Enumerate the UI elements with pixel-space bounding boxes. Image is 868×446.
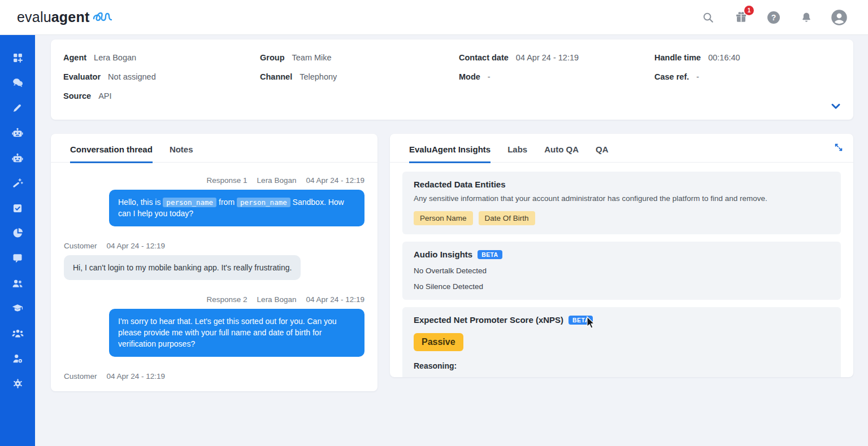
sidebar-item-feedback[interactable]	[5, 246, 30, 270]
author-name: Lera Bogan	[257, 295, 297, 304]
field-handle-time: Handle time 00:16:40	[654, 52, 841, 64]
tab-conversation-thread[interactable]: Conversation thread	[70, 145, 153, 163]
conversation-panel: Conversation thread Notes Response 1 Ler…	[51, 134, 377, 391]
sidebar-item-bot[interactable]	[5, 120, 30, 145]
field-agent: Agent Lera Bogan	[63, 52, 260, 64]
reasoning-label: Reasoning:	[414, 361, 830, 370]
bot-alt-icon	[11, 152, 24, 164]
message-meta: Customer 04 Apr 24 - 12:19	[64, 242, 364, 250]
user-settings-icon	[11, 352, 24, 365]
field-channel: Channel Telephony	[260, 71, 459, 83]
sidebar-item-tasks[interactable]	[5, 195, 30, 220]
sidebar-item-users[interactable]	[5, 271, 30, 296]
field-value: Lera Bogan	[94, 52, 136, 64]
expand-icon[interactable]	[834, 143, 843, 154]
field-evaluator: Evaluator Not assigned	[63, 71, 260, 83]
xnps-score-badge: Passive	[414, 333, 463, 351]
message-meta: Customer 04 Apr 24 - 12:19	[64, 372, 364, 381]
checkbox-icon	[12, 203, 23, 214]
field-value: 04 Apr 24 - 12:19	[516, 52, 579, 64]
redacted-data-section: Redacted Data Entities Any sensitive inf…	[402, 172, 841, 234]
field-label: Mode	[459, 71, 480, 83]
field-label: Evaluator	[63, 71, 101, 83]
customer-message-bubble: Hi, I can't login to my mobile banking a…	[64, 255, 301, 280]
avatar-icon[interactable]	[830, 8, 849, 27]
tab-qa[interactable]: QA	[596, 145, 609, 162]
logo-text-bold: agent	[51, 9, 90, 25]
field-value: -	[696, 71, 699, 83]
field-label: Channel	[260, 71, 292, 83]
comment-icon	[12, 252, 23, 264]
section-title: Expected Net Promoter Score (xNPS)	[414, 315, 563, 325]
tab-labs[interactable]: Labs	[507, 145, 527, 162]
section-description: Any sensitive information that your acco…	[414, 194, 830, 203]
sidebar-item-settings[interactable]	[5, 371, 30, 396]
entity-chip-date-of-birth: Date Of Birth	[479, 211, 535, 225]
pie-chart-icon	[12, 227, 24, 239]
team-icon	[11, 327, 24, 340]
reasoning-text: The customer's issue was resolved, but t…	[414, 376, 830, 377]
message-meta: Response 1 Lera Bogan 04 Apr 24 - 12:19	[64, 176, 364, 185]
timestamp: 04 Apr 24 - 12:19	[306, 295, 364, 304]
tab-notes[interactable]: Notes	[170, 145, 193, 162]
author-name: Lera Bogan	[257, 176, 297, 185]
field-value: Not assigned	[108, 71, 156, 83]
sidebar-item-learning[interactable]	[5, 296, 30, 321]
dashboard-icon	[12, 52, 24, 64]
bot-icon	[11, 126, 24, 139]
sidebar-item-auto-qa-bot[interactable]	[5, 146, 30, 170]
conversations-icon	[12, 77, 24, 89]
message-meta: Response 2 Lera Bogan 04 Apr 24 - 12:19	[64, 295, 364, 304]
users-icon	[11, 277, 24, 290]
redaction-chip: person_name	[163, 198, 216, 207]
search-icon[interactable]	[698, 8, 718, 27]
field-value: Team Mike	[292, 52, 332, 64]
response-label: Response 1	[207, 176, 248, 185]
contact-info-panel: Agent Lera Bogan Evaluator Not assigned …	[51, 40, 853, 120]
tab-evaluagent-insights[interactable]: EvaluAgent Insights	[409, 145, 491, 163]
sidebar-item-reports[interactable]	[5, 221, 30, 246]
top-header: evaluagent 1 ?	[0, 0, 868, 35]
beta-badge: BETA	[568, 316, 593, 325]
help-icon[interactable]: ?	[764, 8, 783, 27]
gift-icon[interactable]: 1	[731, 8, 750, 27]
response-label: Response 2	[207, 295, 248, 304]
pencil-icon	[12, 102, 23, 113]
sidebar-item-teams[interactable]	[5, 321, 30, 346]
field-contact-date: Contact date 04 Apr 24 - 12:19	[459, 52, 654, 64]
field-mode: Mode -	[459, 71, 654, 83]
field-value: API	[98, 90, 111, 102]
settings-gear-icon	[12, 378, 24, 390]
sidebar-item-user-admin[interactable]	[5, 346, 30, 371]
chevron-down-icon[interactable]	[831, 103, 841, 113]
sidebar-item-conversations[interactable]	[5, 70, 30, 95]
magic-wand-icon	[12, 177, 24, 189]
redaction-chip: person_name	[237, 198, 290, 207]
entity-chip-person-name: Person Name	[414, 211, 473, 225]
sidebar-item-dashboard[interactable]	[5, 45, 30, 70]
author-name: Customer	[64, 372, 97, 381]
evaluagent-logo: evaluagent	[17, 9, 113, 25]
question-mark-glyph: ?	[767, 11, 780, 24]
field-label: Contact date	[459, 52, 509, 64]
main-sidebar	[0, 35, 35, 446]
agent-message-bubble: I'm sorry to hear that. Let's get this s…	[109, 309, 364, 357]
message-text: from	[216, 198, 237, 207]
sidebar-item-evaluations[interactable]	[5, 95, 30, 120]
field-source: Source API	[63, 90, 260, 102]
section-title: Audio Insights	[414, 250, 472, 259]
timestamp: 04 Apr 24 - 12:19	[107, 372, 166, 381]
message-list[interactable]: Response 1 Lera Bogan 04 Apr 24 - 12:19 …	[51, 163, 377, 383]
bell-icon[interactable]	[797, 8, 816, 27]
audio-insights-section: Audio Insights BETA No Overtalk Detected…	[402, 242, 841, 300]
logo-text-regular: evalu	[17, 9, 51, 25]
logo-squiggle-icon	[93, 11, 113, 24]
audio-insight-line: No Overtalk Detected	[414, 266, 830, 275]
field-case-ref: Case ref. -	[654, 71, 841, 83]
field-value: -	[488, 71, 491, 83]
sidebar-item-magic[interactable]	[5, 170, 30, 195]
main-content: Agent Lera Bogan Evaluator Not assigned …	[35, 35, 868, 446]
tab-auto-qa[interactable]: Auto QA	[544, 145, 579, 162]
audio-insight-line: No Silence Detected	[414, 282, 830, 291]
graduation-cap-icon	[11, 302, 24, 314]
